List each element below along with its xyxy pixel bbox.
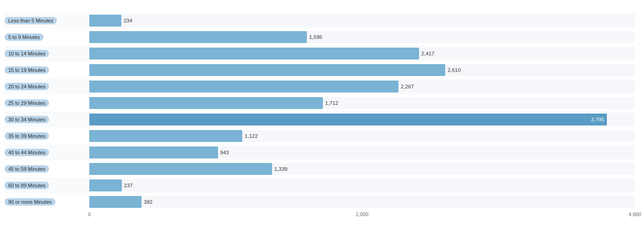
bar-fill bbox=[89, 48, 419, 60]
bar-value-label: 2,267 bbox=[401, 84, 414, 89]
bar-value-label: 1,595 bbox=[309, 34, 322, 40]
bar-label: 45 to 59 Minutes bbox=[5, 165, 89, 173]
bar-track: 1,122 bbox=[89, 130, 635, 142]
bar-value-label: 1,339 bbox=[274, 166, 288, 172]
bar-track: 234 bbox=[89, 15, 635, 27]
bar-row: Less than 5 Minutes234 bbox=[5, 13, 635, 28]
label-pill: 25 to 29 Minutes bbox=[5, 99, 49, 107]
label-pill: 35 to 39 Minutes bbox=[5, 132, 49, 140]
bar-fill bbox=[89, 179, 122, 191]
chart-container: Less than 5 Minutes2345 to 9 Minutes1,59… bbox=[0, 0, 644, 239]
bar-value-label: 3,795 bbox=[591, 117, 604, 122]
bar-value-label: 943 bbox=[220, 150, 229, 155]
bar-row: 20 to 24 Minutes2,267 bbox=[5, 79, 635, 94]
bar-label: 10 to 14 Minutes bbox=[5, 50, 89, 57]
bar-track: 2,267 bbox=[89, 81, 635, 92]
label-pill: Less than 5 Minutes bbox=[5, 17, 57, 24]
label-pill: 15 to 19 Minutes bbox=[5, 66, 49, 74]
label-pill: 20 to 24 Minutes bbox=[5, 83, 49, 90]
x-axis: 02,0004,000 bbox=[89, 212, 635, 223]
bar-row: 60 to 89 Minutes237 bbox=[5, 178, 635, 193]
bar-label: 30 to 34 Minutes bbox=[5, 116, 89, 123]
bar-value-label: 1,122 bbox=[245, 133, 258, 139]
label-pill: 40 to 44 Minutes bbox=[5, 149, 49, 156]
x-axis-tick: 2,000 bbox=[356, 212, 369, 217]
bar-label: 5 to 9 Minutes bbox=[5, 33, 89, 41]
bar-fill bbox=[89, 130, 242, 142]
bar-row: 45 to 59 Minutes1,339 bbox=[5, 161, 635, 177]
bar-value-label: 382 bbox=[144, 199, 153, 205]
x-axis-tick: 0 bbox=[88, 212, 91, 217]
bar-row: 15 to 19 Minutes2,610 bbox=[5, 62, 635, 78]
label-pill: 5 to 9 Minutes bbox=[5, 33, 44, 41]
bar-track: 1,712 bbox=[89, 97, 635, 109]
bar-fill bbox=[89, 163, 272, 175]
bar-label: 60 to 89 Minutes bbox=[5, 182, 89, 189]
bar-row: 5 to 9 Minutes1,595 bbox=[5, 29, 635, 45]
bar-row: 40 to 44 Minutes943 bbox=[5, 145, 635, 160]
chart-area: Less than 5 Minutes2345 to 9 Minutes1,59… bbox=[5, 13, 635, 211]
bar-value-label: 237 bbox=[124, 183, 133, 188]
bar-row: 10 to 14 Minutes2,417 bbox=[5, 46, 635, 61]
label-pill: 90 or more Minutes bbox=[5, 198, 55, 206]
bar-fill bbox=[89, 64, 445, 76]
bar-fill bbox=[89, 81, 398, 92]
bar-fill bbox=[89, 147, 218, 158]
label-pill: 10 to 14 Minutes bbox=[5, 50, 49, 57]
bar-row: 90 or more Minutes382 bbox=[5, 194, 635, 210]
bar-label: 25 to 29 Minutes bbox=[5, 99, 89, 107]
bar-label: Less than 5 Minutes bbox=[5, 17, 89, 24]
bar-track: 2,417 bbox=[89, 48, 635, 60]
bar-track: 1,595 bbox=[89, 31, 635, 43]
bar-track: 2,610 bbox=[89, 64, 635, 76]
bar-fill bbox=[89, 97, 323, 109]
bar-value-label: 1,712 bbox=[325, 100, 338, 106]
bar-row: 30 to 34 Minutes3,795 bbox=[5, 112, 635, 127]
bar-label: 20 to 24 Minutes bbox=[5, 83, 89, 90]
bar-fill bbox=[89, 15, 121, 27]
bar-track: 237 bbox=[89, 179, 635, 191]
bar-row: 25 to 29 Minutes1,712 bbox=[5, 95, 635, 111]
bar-row: 35 to 39 Minutes1,122 bbox=[5, 128, 635, 144]
bar-fill bbox=[89, 31, 307, 43]
bar-fill bbox=[89, 196, 142, 208]
bar-track: 3,795 bbox=[89, 114, 635, 125]
bar-label: 90 or more Minutes bbox=[5, 198, 89, 206]
label-pill: 60 to 89 Minutes bbox=[5, 182, 49, 189]
bar-value-label: 234 bbox=[124, 18, 132, 23]
bar-label: 35 to 39 Minutes bbox=[5, 132, 89, 140]
bar-value-label: 2,417 bbox=[421, 51, 435, 56]
bar-value-label: 2,610 bbox=[448, 67, 461, 73]
bar-track: 1,339 bbox=[89, 163, 635, 175]
bar-fill: 3,795 bbox=[89, 114, 607, 125]
label-pill: 45 to 59 Minutes bbox=[5, 165, 49, 173]
x-axis-tick: 4,000 bbox=[628, 212, 641, 217]
bar-track: 943 bbox=[89, 147, 635, 158]
bar-track: 382 bbox=[89, 196, 635, 208]
label-pill: 30 to 34 Minutes bbox=[5, 116, 49, 123]
bar-label: 15 to 19 Minutes bbox=[5, 66, 89, 74]
bar-label: 40 to 44 Minutes bbox=[5, 149, 89, 156]
